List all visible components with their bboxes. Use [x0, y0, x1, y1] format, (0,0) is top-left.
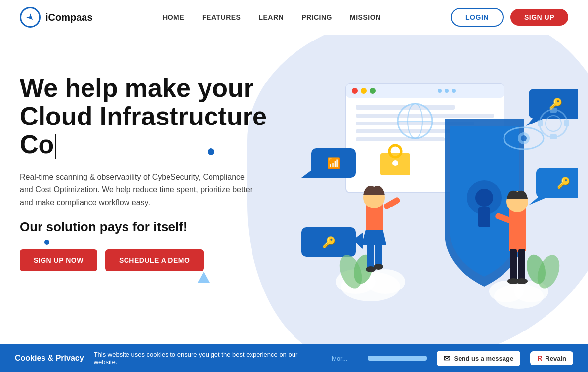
svg-point-6: [445, 89, 449, 93]
svg-marker-27: [529, 197, 548, 205]
hero-title: We help make your Cloud Infrastructure C…: [20, 74, 267, 159]
svg-text:🔑: 🔑: [322, 236, 336, 249]
nav-pricing[interactable]: PRICING: [301, 13, 332, 21]
svg-text:🔑: 🔑: [557, 176, 571, 190]
svg-rect-60: [509, 207, 526, 252]
svg-rect-39: [550, 108, 557, 113]
cookie-progress-bar: [368, 356, 427, 361]
hero-buttons: SIGN UP NOW SCHEDULE A DEMO: [20, 249, 267, 271]
svg-point-58: [374, 264, 383, 270]
svg-point-7: [452, 89, 456, 93]
svg-point-15: [392, 160, 398, 166]
brand-name: iCompaas: [45, 12, 93, 23]
cookie-privacy-title: Cookies & Privacy: [15, 354, 84, 363]
cookie-text: This website uses cookies to ensure you …: [94, 351, 322, 366]
svg-point-3: [361, 88, 367, 94]
chat-icon: ✉: [444, 354, 450, 363]
svg-point-65: [516, 278, 528, 284]
hero-tagline: Our solution pays for itself!: [20, 219, 267, 235]
revain-label: Revain: [545, 355, 566, 362]
svg-point-4: [370, 88, 376, 94]
svg-text:📶: 📶: [327, 157, 341, 170]
svg-point-36: [521, 135, 527, 141]
nav-learn[interactable]: LEARN: [258, 13, 284, 21]
hero-section: We help make your Cloud Infrastructure C…: [0, 35, 588, 351]
signup-button[interactable]: SIGN UP: [510, 9, 568, 26]
revain-button[interactable]: R Revain: [530, 351, 573, 365]
schedule-demo-button[interactable]: SCHEDULE A DEMO: [105, 249, 204, 271]
svg-rect-63: [518, 249, 525, 281]
compass-icon: ➤: [24, 11, 37, 24]
signup-now-button[interactable]: SIGN UP NOW: [20, 249, 97, 271]
nav-home[interactable]: HOME: [163, 13, 184, 21]
nav-mission[interactable]: MISSION: [350, 13, 381, 21]
decorative-triangle: [198, 272, 210, 283]
hero-content: We help make your Cloud Infrastructure C…: [20, 74, 267, 271]
svg-rect-42: [564, 120, 569, 126]
logo[interactable]: ➤ iCompaas: [20, 7, 93, 28]
svg-rect-41: [538, 120, 543, 126]
login-button[interactable]: LOGIN: [451, 8, 504, 27]
svg-point-5: [438, 89, 442, 93]
svg-rect-12: [356, 137, 445, 141]
logo-icon: ➤: [20, 7, 41, 28]
navbar: ➤ iCompaas HOME FEATURES LEARN PRICING M…: [0, 0, 588, 35]
nav-buttons: LOGIN SIGN UP: [451, 8, 568, 27]
svg-rect-17: [478, 207, 490, 227]
svg-rect-40: [550, 134, 557, 139]
cookie-more-link[interactable]: Mor...: [332, 355, 348, 362]
text-cursor: [55, 134, 56, 159]
svg-marker-24: [526, 118, 546, 126]
send-message-label: Send us a message: [454, 355, 514, 362]
hero-subtitle: Real-time scanning & observability of Cy…: [20, 171, 257, 209]
svg-point-45: [366, 269, 405, 294]
nav-features[interactable]: FEATURES: [202, 13, 241, 21]
svg-point-2: [352, 88, 358, 94]
livechat-button[interactable]: ✉ Send us a message: [437, 351, 521, 366]
svg-rect-62: [510, 249, 517, 281]
nav-links: HOME FEATURES LEARN PRICING MISSION: [163, 13, 381, 21]
svg-rect-59: [383, 197, 401, 210]
cookie-bar: Cookies & Privacy This website uses cook…: [0, 344, 588, 372]
svg-point-18: [475, 189, 493, 207]
revain-icon: R: [537, 354, 542, 362]
svg-rect-9: [356, 114, 494, 118]
hero-illustration: 📶 🔑 🔑 🔑: [272, 44, 578, 341]
